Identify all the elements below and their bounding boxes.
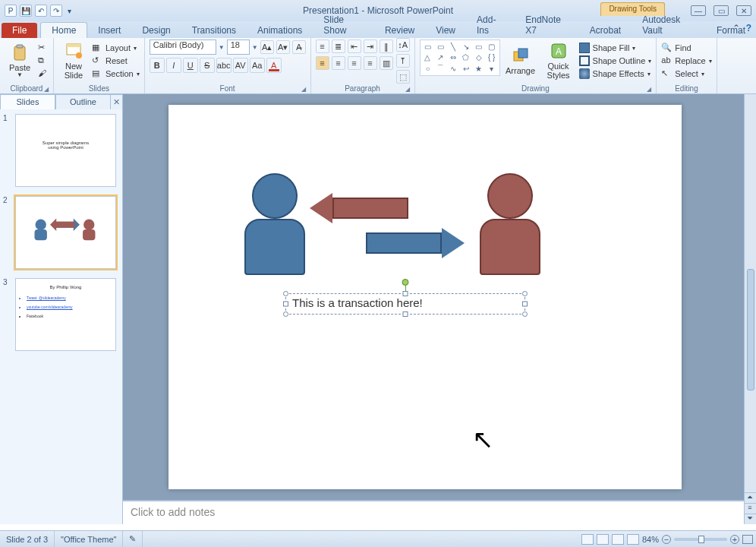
resize-handle[interactable]: [522, 291, 528, 296]
bold-button[interactable]: B: [150, 58, 165, 73]
scroll-thumb[interactable]: [747, 269, 754, 390]
view-reading-button[interactable]: [612, 534, 624, 545]
shapes-gallery[interactable]: ▭▭╲↘▭▢ △↗⇔⬠◇{ } ○⌒∿↩★▾: [420, 40, 500, 76]
find-button[interactable]: 🔍Find: [661, 43, 711, 53]
view-sorter-button[interactable]: [597, 534, 609, 545]
resize-handle[interactable]: [283, 311, 288, 317]
slide-browse-button[interactable]: ≡: [744, 503, 756, 514]
font-dialog-launcher[interactable]: ◢: [301, 86, 306, 93]
select-button[interactable]: ↖Select ▾: [661, 68, 711, 79]
tab-insert[interactable]: Insert: [87, 23, 131, 38]
change-case-button[interactable]: Aa: [250, 58, 265, 73]
undo-icon[interactable]: ↶: [35, 5, 47, 17]
status-spellcheck-icon[interactable]: ✎: [123, 531, 143, 547]
replace-button[interactable]: abReplace ▾: [661, 55, 711, 66]
cut-icon[interactable]: ✂: [38, 43, 49, 53]
panel-tab-slides[interactable]: Slides: [0, 94, 55, 109]
quick-styles-button[interactable]: A Quick Styles: [541, 40, 576, 82]
align-center-button[interactable]: ≡: [332, 56, 345, 70]
shadow-button[interactable]: abc: [216, 58, 232, 73]
tab-vault[interactable]: Autodesk Vault: [632, 12, 706, 38]
tab-addins[interactable]: Add-Ins: [466, 12, 515, 38]
drawing-dialog-launcher[interactable]: ◢: [647, 86, 651, 93]
slide-edit-area[interactable]: This is a transaction here! ↖ ⏶ ≡ ⏷ Clic…: [123, 94, 756, 524]
shape-arrow-left[interactable]: [310, 193, 408, 223]
resize-handle[interactable]: [403, 311, 408, 317]
slide-thumbnail-2[interactable]: [15, 196, 116, 269]
char-spacing-button[interactable]: AV: [233, 58, 248, 73]
fit-to-window-button[interactable]: [742, 535, 753, 544]
chevron-down-icon[interactable]: ▼: [252, 44, 258, 51]
format-painter-icon[interactable]: 🖌: [38, 68, 49, 79]
tab-acrobat[interactable]: Acrobat: [579, 23, 632, 38]
save-icon[interactable]: 💾: [20, 5, 32, 17]
shape-fill-button[interactable]: Shape Fill ▾: [579, 43, 652, 53]
new-slide-button[interactable]: New Slide: [58, 40, 89, 82]
tab-transitions[interactable]: Transitions: [181, 23, 247, 38]
grow-font-button[interactable]: A▴: [260, 40, 274, 54]
arrange-button[interactable]: Arrange: [503, 40, 538, 82]
zoom-slider-thumb[interactable]: [698, 536, 704, 543]
resize-handle[interactable]: [283, 291, 288, 296]
underline-button[interactable]: U: [183, 58, 198, 73]
copy-icon[interactable]: ⧉: [38, 55, 49, 66]
shape-outline-button[interactable]: Shape Outline ▾: [579, 55, 652, 66]
text-direction-button[interactable]: ↕A: [396, 38, 410, 52]
increase-indent-button[interactable]: ⇥: [364, 40, 377, 53]
restore-button[interactable]: ▭: [713, 5, 729, 16]
slide-thumbnail-1[interactable]: Super simple diagramsusing PowerPoint: [15, 114, 116, 187]
smartart-button[interactable]: ⬚: [396, 70, 410, 84]
shape-arrow-right[interactable]: [366, 228, 465, 258]
textbox-transaction[interactable]: This is a transaction here!: [285, 293, 525, 315]
qat-customize-icon[interactable]: ▾: [65, 5, 73, 17]
view-normal-button[interactable]: [581, 534, 594, 545]
tab-view[interactable]: View: [425, 23, 466, 38]
view-slideshow-button[interactable]: [627, 534, 639, 545]
resize-handle[interactable]: [283, 302, 288, 307]
notes-pane[interactable]: Click to add notes: [123, 500, 744, 524]
minimize-ribbon-icon[interactable]: ⌃: [732, 23, 740, 33]
prev-slide-button[interactable]: ⏶: [744, 492, 756, 503]
numbering-button[interactable]: ≣: [332, 40, 345, 53]
redo-icon[interactable]: ↷: [50, 5, 62, 17]
zoom-in-button[interactable]: +: [730, 535, 739, 544]
justify-button[interactable]: ≡: [364, 56, 377, 70]
font-color-button[interactable]: A: [266, 58, 282, 73]
vertical-scrollbar[interactable]: ⏶ ≡ ⏷: [744, 94, 756, 524]
shrink-font-button[interactable]: A▾: [276, 40, 290, 54]
help-icon[interactable]: ?: [746, 23, 751, 33]
reset-button[interactable]: ↺Reset: [92, 55, 140, 66]
strike-button[interactable]: S: [200, 58, 215, 73]
italic-button[interactable]: I: [166, 58, 181, 73]
shape-effects-button[interactable]: Shape Effects ▾: [579, 68, 652, 79]
layout-button[interactable]: ▦Layout ▾: [92, 43, 140, 53]
decrease-indent-button[interactable]: ⇤: [348, 40, 361, 53]
slide-canvas[interactable]: This is a transaction here! ↖: [169, 105, 682, 489]
columns-button[interactable]: ▥: [380, 56, 393, 70]
tab-animations[interactable]: Animations: [247, 23, 313, 38]
resize-handle[interactable]: [522, 302, 528, 307]
align-text-button[interactable]: ⤒: [396, 54, 410, 68]
resize-handle[interactable]: [403, 291, 408, 296]
paste-button[interactable]: Paste ▼: [5, 40, 35, 82]
clipboard-dialog-launcher[interactable]: ◢: [44, 86, 49, 93]
tab-home[interactable]: Home: [40, 22, 87, 38]
tab-design[interactable]: Design: [131, 23, 181, 38]
panel-tab-outline[interactable]: Outline: [55, 94, 111, 109]
slide-thumbnail-3[interactable]: By Phillip Wong Tweet: @slideacademy you…: [15, 278, 116, 351]
font-size-select[interactable]: 18: [227, 40, 250, 55]
chevron-down-icon[interactable]: ▼: [219, 44, 225, 51]
tab-file[interactable]: File: [2, 23, 37, 38]
close-button[interactable]: ✕: [736, 5, 751, 16]
tab-slideshow[interactable]: Slide Show: [313, 12, 374, 38]
tab-endnote[interactable]: EndNote X7: [515, 12, 579, 38]
align-left-button[interactable]: ≡: [316, 56, 329, 70]
panel-close-icon[interactable]: ✕: [111, 94, 123, 109]
paragraph-dialog-launcher[interactable]: ◢: [405, 86, 410, 93]
clear-formatting-button[interactable]: A̶: [292, 40, 306, 54]
zoom-out-button[interactable]: −: [662, 535, 671, 544]
font-name-select[interactable]: Calibri (Body): [150, 40, 216, 55]
zoom-slider[interactable]: [674, 538, 727, 541]
textbox-text[interactable]: This is a transaction here!: [292, 296, 423, 309]
section-button[interactable]: ▤Section ▾: [92, 68, 140, 79]
